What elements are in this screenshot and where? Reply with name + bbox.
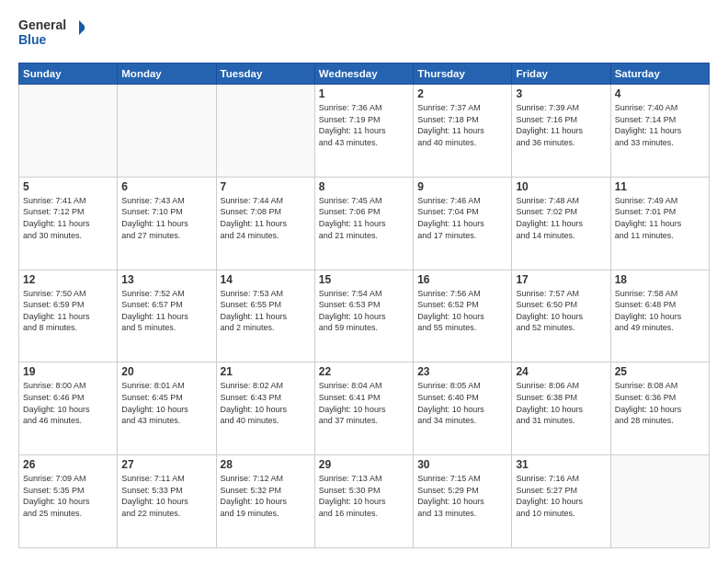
calendar-week-row: 1Sunrise: 7:36 AMSunset: 7:19 PMDaylight…: [19, 85, 710, 178]
day-number: 21: [221, 365, 311, 378]
day-info: Sunrise: 7:48 AMSunset: 7:02 PMDaylight:…: [516, 195, 606, 241]
day-number: 11: [615, 180, 705, 193]
day-info: Sunrise: 7:52 AMSunset: 6:57 PMDaylight:…: [121, 288, 211, 334]
calendar-day-cell: 25Sunrise: 8:08 AMSunset: 6:36 PMDayligh…: [610, 362, 709, 455]
calendar-day-cell: 14Sunrise: 7:53 AMSunset: 6:55 PMDayligh…: [216, 270, 314, 362]
day-number: 17: [516, 273, 606, 286]
calendar-day-cell: 23Sunrise: 8:05 AMSunset: 6:40 PMDayligh…: [414, 362, 512, 455]
calendar-day-cell: [118, 85, 216, 178]
day-number: 13: [121, 273, 211, 286]
day-number: 24: [516, 365, 606, 378]
day-info: Sunrise: 7:56 AMSunset: 6:52 PMDaylight:…: [417, 288, 507, 334]
calendar-day-cell: 30Sunrise: 7:15 AMSunset: 5:29 PMDayligh…: [414, 455, 512, 548]
calendar-day-cell: 11Sunrise: 7:49 AMSunset: 7:01 PMDayligh…: [610, 177, 709, 270]
calendar-day-cell: [216, 85, 314, 178]
day-info: Sunrise: 7:43 AMSunset: 7:10 PMDaylight:…: [121, 195, 211, 241]
day-info: Sunrise: 7:13 AMSunset: 5:30 PMDaylight:…: [319, 473, 409, 519]
day-number: 2: [417, 87, 507, 100]
calendar-day-cell: 22Sunrise: 8:04 AMSunset: 6:41 PMDayligh…: [314, 362, 413, 455]
day-info: Sunrise: 8:08 AMSunset: 6:36 PMDaylight:…: [615, 380, 705, 426]
calendar-day-cell: 17Sunrise: 7:57 AMSunset: 6:50 PMDayligh…: [512, 270, 610, 362]
calendar-day-cell: 19Sunrise: 8:00 AMSunset: 6:46 PMDayligh…: [19, 362, 118, 455]
day-info: Sunrise: 7:40 AMSunset: 7:14 PMDaylight:…: [615, 102, 705, 148]
day-info: Sunrise: 7:53 AMSunset: 6:55 PMDaylight:…: [221, 288, 311, 334]
day-info: Sunrise: 7:09 AMSunset: 5:35 PMDaylight:…: [23, 473, 113, 519]
calendar-day-cell: 9Sunrise: 7:46 AMSunset: 7:04 PMDaylight…: [414, 177, 512, 270]
weekday-header-cell: Monday: [118, 63, 216, 85]
logo: General Blue: [18, 15, 85, 53]
day-number: 26: [23, 458, 113, 471]
logo-svg: General Blue: [18, 15, 85, 53]
calendar-day-cell: 13Sunrise: 7:52 AMSunset: 6:57 PMDayligh…: [118, 270, 216, 362]
calendar-day-cell: 28Sunrise: 7:12 AMSunset: 5:32 PMDayligh…: [216, 455, 314, 548]
weekday-header-cell: Thursday: [414, 63, 512, 85]
day-info: Sunrise: 7:46 AMSunset: 7:04 PMDaylight:…: [417, 195, 507, 241]
day-info: Sunrise: 8:04 AMSunset: 6:41 PMDaylight:…: [319, 380, 409, 426]
calendar-day-cell: 31Sunrise: 7:16 AMSunset: 5:27 PMDayligh…: [512, 455, 610, 548]
calendar-day-cell: 5Sunrise: 7:41 AMSunset: 7:12 PMDaylight…: [19, 177, 118, 270]
day-info: Sunrise: 7:41 AMSunset: 7:12 PMDaylight:…: [23, 195, 113, 241]
calendar-day-cell: 16Sunrise: 7:56 AMSunset: 6:52 PMDayligh…: [414, 270, 512, 362]
day-info: Sunrise: 8:01 AMSunset: 6:45 PMDaylight:…: [121, 380, 211, 426]
calendar-day-cell: 12Sunrise: 7:50 AMSunset: 6:59 PMDayligh…: [19, 270, 118, 362]
day-info: Sunrise: 7:39 AMSunset: 7:16 PMDaylight:…: [516, 102, 606, 148]
calendar-day-cell: 10Sunrise: 7:48 AMSunset: 7:02 PMDayligh…: [512, 177, 610, 270]
day-info: Sunrise: 7:36 AMSunset: 7:19 PMDaylight:…: [319, 102, 409, 148]
day-info: Sunrise: 7:11 AMSunset: 5:33 PMDaylight:…: [121, 473, 211, 519]
calendar-day-cell: 26Sunrise: 7:09 AMSunset: 5:35 PMDayligh…: [19, 455, 118, 548]
day-info: Sunrise: 8:05 AMSunset: 6:40 PMDaylight:…: [417, 380, 507, 426]
day-number: 27: [121, 458, 211, 471]
day-number: 22: [319, 365, 409, 378]
day-number: 23: [417, 365, 507, 378]
day-number: 1: [319, 87, 409, 100]
day-number: 5: [23, 180, 113, 193]
calendar-day-cell: 18Sunrise: 7:58 AMSunset: 6:48 PMDayligh…: [610, 270, 709, 362]
calendar-day-cell: [19, 85, 118, 178]
day-number: 16: [417, 273, 507, 286]
day-number: 12: [23, 273, 113, 286]
calendar-body: 1Sunrise: 7:36 AMSunset: 7:19 PMDaylight…: [19, 85, 710, 548]
svg-text:General: General: [18, 17, 66, 32]
calendar-week-row: 12Sunrise: 7:50 AMSunset: 6:59 PMDayligh…: [19, 270, 710, 362]
day-info: Sunrise: 8:06 AMSunset: 6:38 PMDaylight:…: [516, 380, 606, 426]
day-number: 19: [23, 365, 113, 378]
day-info: Sunrise: 7:16 AMSunset: 5:27 PMDaylight:…: [516, 473, 606, 519]
weekday-header-cell: Wednesday: [314, 63, 413, 85]
weekday-header-cell: Tuesday: [216, 63, 314, 85]
day-info: Sunrise: 7:45 AMSunset: 7:06 PMDaylight:…: [319, 195, 409, 241]
weekday-header-cell: Saturday: [610, 63, 709, 85]
calendar-day-cell: 4Sunrise: 7:40 AMSunset: 7:14 PMDaylight…: [610, 85, 709, 178]
day-number: 20: [121, 365, 211, 378]
weekday-header-row: SundayMondayTuesdayWednesdayThursdayFrid…: [19, 63, 710, 85]
calendar-day-cell: 20Sunrise: 8:01 AMSunset: 6:45 PMDayligh…: [118, 362, 216, 455]
day-number: 28: [221, 458, 311, 471]
day-info: Sunrise: 8:00 AMSunset: 6:46 PMDaylight:…: [23, 380, 113, 426]
day-info: Sunrise: 7:50 AMSunset: 6:59 PMDaylight:…: [23, 288, 113, 334]
day-info: Sunrise: 7:12 AMSunset: 5:32 PMDaylight:…: [221, 473, 311, 519]
day-number: 29: [319, 458, 409, 471]
calendar-day-cell: 1Sunrise: 7:36 AMSunset: 7:19 PMDaylight…: [314, 85, 413, 178]
calendar-week-row: 19Sunrise: 8:00 AMSunset: 6:46 PMDayligh…: [19, 362, 710, 455]
day-number: 31: [516, 458, 606, 471]
svg-marker-2: [79, 20, 85, 35]
calendar-day-cell: 7Sunrise: 7:44 AMSunset: 7:08 PMDaylight…: [216, 177, 314, 270]
calendar-week-row: 26Sunrise: 7:09 AMSunset: 5:35 PMDayligh…: [19, 455, 710, 548]
calendar-day-cell: 2Sunrise: 7:37 AMSunset: 7:18 PMDaylight…: [414, 85, 512, 178]
day-number: 18: [615, 273, 705, 286]
calendar-day-cell: 21Sunrise: 8:02 AMSunset: 6:43 PMDayligh…: [216, 362, 314, 455]
day-number: 4: [615, 87, 705, 100]
day-info: Sunrise: 7:57 AMSunset: 6:50 PMDaylight:…: [516, 288, 606, 334]
day-number: 14: [221, 273, 311, 286]
day-number: 25: [615, 365, 705, 378]
calendar-day-cell: 29Sunrise: 7:13 AMSunset: 5:30 PMDayligh…: [314, 455, 413, 548]
day-info: Sunrise: 7:15 AMSunset: 5:29 PMDaylight:…: [417, 473, 507, 519]
day-info: Sunrise: 7:37 AMSunset: 7:18 PMDaylight:…: [417, 102, 507, 148]
day-info: Sunrise: 7:58 AMSunset: 6:48 PMDaylight:…: [615, 288, 705, 334]
svg-text:Blue: Blue: [18, 32, 47, 47]
header: General Blue: [18, 15, 710, 53]
calendar-day-cell: 6Sunrise: 7:43 AMSunset: 7:10 PMDaylight…: [118, 177, 216, 270]
day-number: 15: [319, 273, 409, 286]
day-number: 9: [417, 180, 507, 193]
page: General Blue SundayMondayTuesdayWednesda…: [0, 0, 728, 563]
weekday-header-cell: Sunday: [19, 63, 118, 85]
